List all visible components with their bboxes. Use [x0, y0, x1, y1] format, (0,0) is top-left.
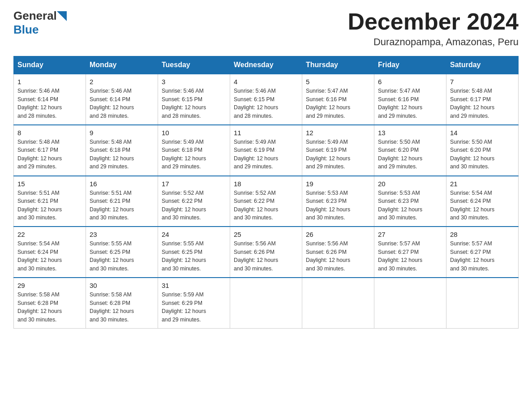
header-thursday: Thursday — [302, 56, 374, 74]
day-detail: Sunrise: 5:48 AMSunset: 6:17 PMDaylight:… — [17, 138, 82, 171]
day-cell: 4 Sunrise: 5:46 AMSunset: 6:15 PMDayligh… — [230, 74, 302, 125]
day-cell: 7 Sunrise: 5:48 AMSunset: 6:17 PMDayligh… — [446, 74, 519, 125]
calendar-header-row: SundayMondayTuesdayWednesdayThursdayFrid… — [14, 56, 519, 74]
day-number: 15 — [17, 180, 82, 188]
day-cell: 26 Sunrise: 5:56 AMSunset: 6:26 PMDaylig… — [302, 227, 374, 278]
day-cell: 3 Sunrise: 5:46 AMSunset: 6:15 PMDayligh… — [158, 74, 230, 125]
day-cell: 24 Sunrise: 5:55 AMSunset: 6:25 PMDaylig… — [158, 227, 230, 278]
day-cell — [302, 278, 374, 328]
day-number: 5 — [306, 78, 370, 86]
day-detail: Sunrise: 5:46 AMSunset: 6:15 PMDaylight:… — [234, 87, 298, 120]
day-number: 30 — [90, 282, 154, 289]
day-cell: 1 Sunrise: 5:46 AMSunset: 6:14 PMDayligh… — [14, 74, 86, 125]
day-detail: Sunrise: 5:55 AMSunset: 6:25 PMDaylight:… — [90, 240, 154, 273]
day-cell: 25 Sunrise: 5:56 AMSunset: 6:26 PMDaylig… — [230, 227, 302, 278]
day-detail: Sunrise: 5:50 AMSunset: 6:20 PMDaylight:… — [378, 138, 442, 171]
day-cell: 13 Sunrise: 5:50 AMSunset: 6:20 PMDaylig… — [374, 125, 446, 176]
logo-icon — [57, 11, 67, 21]
day-cell: 5 Sunrise: 5:47 AMSunset: 6:16 PMDayligh… — [302, 74, 374, 125]
day-cell: 19 Sunrise: 5:53 AMSunset: 6:23 PMDaylig… — [302, 176, 374, 227]
day-cell: 28 Sunrise: 5:57 AMSunset: 6:27 PMDaylig… — [446, 227, 519, 278]
day-detail: Sunrise: 5:46 AMSunset: 6:15 PMDaylight:… — [162, 87, 226, 120]
svg-marker-0 — [57, 11, 67, 21]
day-number: 28 — [450, 231, 515, 238]
day-detail: Sunrise: 5:58 AMSunset: 6:28 PMDaylight:… — [90, 291, 154, 324]
day-detail: Sunrise: 5:54 AMSunset: 6:24 PMDaylight:… — [17, 240, 82, 273]
day-cell: 9 Sunrise: 5:48 AMSunset: 6:18 PMDayligh… — [86, 125, 158, 176]
week-row-3: 15 Sunrise: 5:51 AMSunset: 6:21 PMDaylig… — [14, 176, 519, 227]
day-number: 22 — [17, 231, 82, 238]
day-number: 7 — [450, 78, 515, 86]
day-number: 1 — [17, 78, 82, 86]
day-detail: Sunrise: 5:49 AMSunset: 6:19 PMDaylight:… — [234, 138, 298, 171]
header-tuesday: Tuesday — [158, 56, 230, 74]
day-detail: Sunrise: 5:53 AMSunset: 6:23 PMDaylight:… — [306, 189, 370, 222]
day-detail: Sunrise: 5:57 AMSunset: 6:27 PMDaylight:… — [378, 240, 442, 273]
day-detail: Sunrise: 5:47 AMSunset: 6:16 PMDaylight:… — [306, 87, 370, 120]
day-detail: Sunrise: 5:50 AMSunset: 6:20 PMDaylight:… — [450, 138, 515, 171]
calendar-location: Duraznopampa, Amazonas, Peru — [348, 36, 519, 48]
day-number: 11 — [234, 129, 298, 137]
day-cell: 15 Sunrise: 5:51 AMSunset: 6:21 PMDaylig… — [14, 176, 86, 227]
week-row-1: 1 Sunrise: 5:46 AMSunset: 6:14 PMDayligh… — [14, 74, 519, 125]
day-detail: Sunrise: 5:49 AMSunset: 6:18 PMDaylight:… — [162, 138, 226, 171]
day-number: 8 — [17, 129, 82, 137]
day-number: 25 — [234, 231, 298, 238]
day-cell: 17 Sunrise: 5:52 AMSunset: 6:22 PMDaylig… — [158, 176, 230, 227]
day-cell: 21 Sunrise: 5:54 AMSunset: 6:24 PMDaylig… — [446, 176, 519, 227]
day-cell: 30 Sunrise: 5:58 AMSunset: 6:28 PMDaylig… — [86, 278, 158, 328]
day-number: 14 — [450, 129, 515, 137]
day-detail: Sunrise: 5:56 AMSunset: 6:26 PMDaylight:… — [306, 240, 370, 273]
week-row-2: 8 Sunrise: 5:48 AMSunset: 6:17 PMDayligh… — [14, 125, 519, 176]
day-detail: Sunrise: 5:48 AMSunset: 6:18 PMDaylight:… — [90, 138, 154, 171]
day-number: 9 — [90, 129, 154, 137]
day-detail: Sunrise: 5:58 AMSunset: 6:28 PMDaylight:… — [17, 291, 82, 324]
day-cell — [446, 278, 519, 328]
day-number: 29 — [17, 282, 82, 289]
header-saturday: Saturday — [446, 56, 519, 74]
day-cell: 27 Sunrise: 5:57 AMSunset: 6:27 PMDaylig… — [374, 227, 446, 278]
day-number: 2 — [90, 78, 154, 86]
day-cell: 6 Sunrise: 5:47 AMSunset: 6:16 PMDayligh… — [374, 74, 446, 125]
day-detail: Sunrise: 5:49 AMSunset: 6:19 PMDaylight:… — [306, 138, 370, 171]
logo-blue-text: Blue — [13, 23, 39, 37]
header-sunday: Sunday — [14, 56, 86, 74]
day-number: 27 — [378, 231, 442, 238]
day-detail: Sunrise: 5:51 AMSunset: 6:21 PMDaylight:… — [90, 189, 154, 222]
day-number: 6 — [378, 78, 442, 86]
day-detail: Sunrise: 5:54 AMSunset: 6:24 PMDaylight:… — [450, 189, 515, 222]
title-area: December 2024 Duraznopampa, Amazonas, Pe… — [348, 9, 519, 48]
day-cell — [230, 278, 302, 328]
day-detail: Sunrise: 5:52 AMSunset: 6:22 PMDaylight:… — [234, 189, 298, 222]
day-number: 16 — [90, 180, 154, 188]
day-number: 18 — [234, 180, 298, 188]
day-detail: Sunrise: 5:48 AMSunset: 6:17 PMDaylight:… — [450, 87, 515, 120]
day-cell: 12 Sunrise: 5:49 AMSunset: 6:19 PMDaylig… — [302, 125, 374, 176]
day-number: 10 — [162, 129, 226, 137]
logo: General Blue — [13, 9, 67, 37]
day-number: 17 — [162, 180, 226, 188]
logo-general-text: General — [13, 9, 57, 23]
day-detail: Sunrise: 5:47 AMSunset: 6:16 PMDaylight:… — [378, 87, 442, 120]
day-detail: Sunrise: 5:51 AMSunset: 6:21 PMDaylight:… — [17, 189, 82, 222]
day-number: 19 — [306, 180, 370, 188]
calendar-table: SundayMondayTuesdayWednesdayThursdayFrid… — [13, 56, 519, 329]
day-cell: 14 Sunrise: 5:50 AMSunset: 6:20 PMDaylig… — [446, 125, 519, 176]
day-detail: Sunrise: 5:55 AMSunset: 6:25 PMDaylight:… — [162, 240, 226, 273]
day-number: 31 — [162, 282, 226, 289]
week-row-5: 29 Sunrise: 5:58 AMSunset: 6:28 PMDaylig… — [14, 278, 519, 328]
day-detail: Sunrise: 5:53 AMSunset: 6:23 PMDaylight:… — [378, 189, 442, 222]
day-cell: 22 Sunrise: 5:54 AMSunset: 6:24 PMDaylig… — [14, 227, 86, 278]
day-detail: Sunrise: 5:52 AMSunset: 6:22 PMDaylight:… — [162, 189, 226, 222]
day-cell — [374, 278, 446, 328]
week-row-4: 22 Sunrise: 5:54 AMSunset: 6:24 PMDaylig… — [14, 227, 519, 278]
header-wednesday: Wednesday — [230, 56, 302, 74]
day-cell: 20 Sunrise: 5:53 AMSunset: 6:23 PMDaylig… — [374, 176, 446, 227]
day-detail: Sunrise: 5:57 AMSunset: 6:27 PMDaylight:… — [450, 240, 515, 273]
day-detail: Sunrise: 5:59 AMSunset: 6:29 PMDaylight:… — [162, 291, 226, 324]
day-number: 12 — [306, 129, 370, 137]
logo-triangle-icon — [57, 11, 67, 21]
day-number: 21 — [450, 180, 515, 188]
day-detail: Sunrise: 5:46 AMSunset: 6:14 PMDaylight:… — [90, 87, 154, 120]
day-cell: 10 Sunrise: 5:49 AMSunset: 6:18 PMDaylig… — [158, 125, 230, 176]
